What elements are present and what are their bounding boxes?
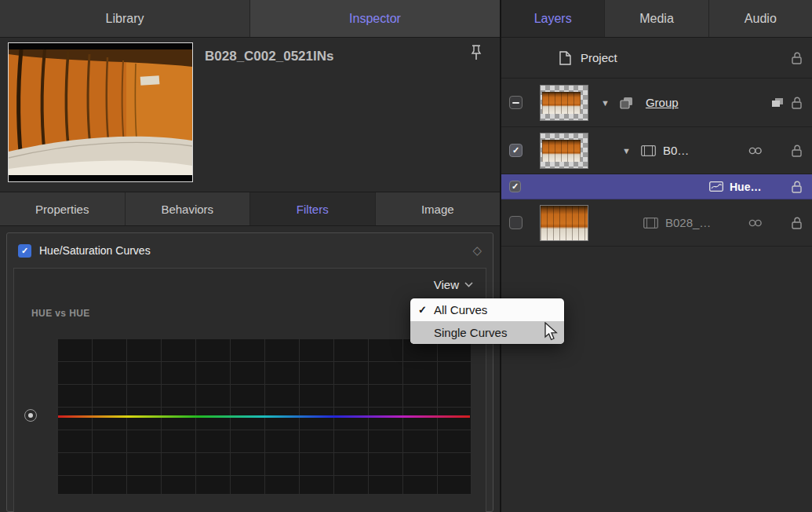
tab-media[interactable]: Media [605, 0, 708, 37]
view-popup-menu: ✓ All Curves Single Curves [410, 298, 564, 344]
layer-row-b028[interactable]: B028_… [501, 199, 812, 247]
layer-label-hue: Hue… [730, 181, 761, 193]
library-inspector-tabbar: Library Inspector [0, 0, 500, 38]
group-icon [619, 97, 635, 109]
mouse-cursor-icon [544, 322, 561, 342]
filter-activation-checkbox[interactable] [509, 181, 521, 192]
tab-library[interactable]: Library [0, 0, 250, 37]
document-icon [559, 51, 571, 65]
clip-title: B028_C002_0521INs [205, 49, 333, 64]
layers-list: Project ▼ [501, 38, 812, 247]
layer-label-group: Group [646, 96, 679, 109]
filters-inspector-box: Hue/Saturation Curves ◇ View HUE vs HUE [6, 232, 493, 512]
tab-inspector-label: Inspector [349, 12, 401, 26]
tab-inspector[interactable]: Inspector [250, 0, 500, 37]
link-icon [748, 147, 763, 155]
curve-graph[interactable] [56, 338, 472, 495]
filter-icon [709, 181, 723, 192]
rasterize-badge-icon [771, 97, 784, 108]
layers-media-audio-tabbar: Layers Media Audio [501, 0, 812, 38]
group-activation-checkbox[interactable] [509, 96, 523, 109]
lock-icon[interactable] [792, 96, 803, 109]
tab-filters-label: Filters [297, 203, 329, 216]
hue-spectrum-curve[interactable] [58, 415, 470, 418]
layer-label-b028: B028_… [665, 216, 711, 229]
clip-preview-thumbnail [8, 42, 193, 182]
menu-item-all-curves[interactable]: ✓ All Curves [410, 298, 564, 321]
view-dropdown-row: View [14, 269, 486, 300]
motion-window: Library Inspector [0, 0, 812, 512]
layer-label-b0: B0… [663, 144, 689, 157]
layer-row-hue-filter[interactable]: Hue… [501, 174, 812, 199]
lock-icon[interactable] [792, 216, 803, 229]
layer-row-project[interactable]: Project [501, 38, 812, 79]
tunnel-preview-image [9, 43, 192, 181]
tab-image-label: Image [421, 203, 454, 216]
radio-dot [28, 413, 33, 418]
tab-layers[interactable]: Layers [501, 0, 605, 37]
curve-radio-button[interactable] [24, 409, 37, 422]
inspector-panel: Library Inspector [0, 0, 500, 512]
checkmark-icon: ✓ [418, 304, 434, 316]
disclosure-triangle-icon[interactable]: ▼ [601, 98, 610, 108]
tab-filters[interactable]: Filters [250, 192, 376, 225]
clip-activation-checkbox[interactable] [509, 144, 523, 157]
inspector-tabbar: Properties Behaviors Filters Image [0, 192, 500, 226]
menu-item-label: Single Curves [434, 326, 507, 339]
tab-behaviors-label: Behaviors [161, 203, 213, 216]
layer-row-group[interactable]: ▼ Group [501, 79, 812, 127]
curve-editor [56, 338, 472, 495]
tab-layers-label: Layers [534, 12, 572, 26]
disclosure-triangle-icon[interactable]: ▼ [622, 146, 631, 155]
keyframe-diamond-icon[interactable]: ◇ [472, 243, 482, 258]
tab-library-label: Library [106, 12, 144, 26]
lock-icon[interactable] [792, 144, 803, 157]
film-icon [643, 218, 658, 229]
clip-thumbnail[interactable] [540, 133, 588, 169]
menu-item-label: All Curves [434, 303, 487, 316]
lock-icon[interactable] [792, 51, 803, 64]
layer-label-project: Project [581, 51, 617, 64]
tab-properties[interactable]: Properties [0, 192, 126, 225]
link-icon [748, 219, 763, 227]
layer-row-b0[interactable]: ▼ B0… [501, 127, 812, 174]
tab-behaviors[interactable]: Behaviors [126, 192, 251, 225]
lock-icon[interactable] [792, 180, 803, 193]
tab-media-label: Media [639, 12, 674, 26]
chevron-down-icon[interactable] [464, 282, 473, 287]
tab-properties-label: Properties [35, 203, 89, 216]
view-dropdown[interactable]: View [434, 278, 459, 291]
clip-thumbnail[interactable] [540, 205, 588, 241]
pin-icon[interactable] [470, 44, 482, 61]
filter-enable-checkbox[interactable] [18, 244, 31, 258]
clip-activation-checkbox[interactable] [509, 216, 523, 229]
tab-audio-label: Audio [745, 12, 777, 26]
filter-header-row: Hue/Saturation Curves ◇ [7, 233, 493, 268]
menu-item-single-curves[interactable]: Single Curves [410, 321, 564, 344]
group-thumbnail[interactable] [540, 85, 588, 121]
film-icon [641, 145, 656, 156]
tab-audio[interactable]: Audio [709, 0, 812, 37]
filter-name: Hue/Saturation Curves [39, 244, 151, 257]
tab-image[interactable]: Image [376, 192, 501, 225]
layers-panel: Layers Media Audio Project [500, 0, 812, 512]
